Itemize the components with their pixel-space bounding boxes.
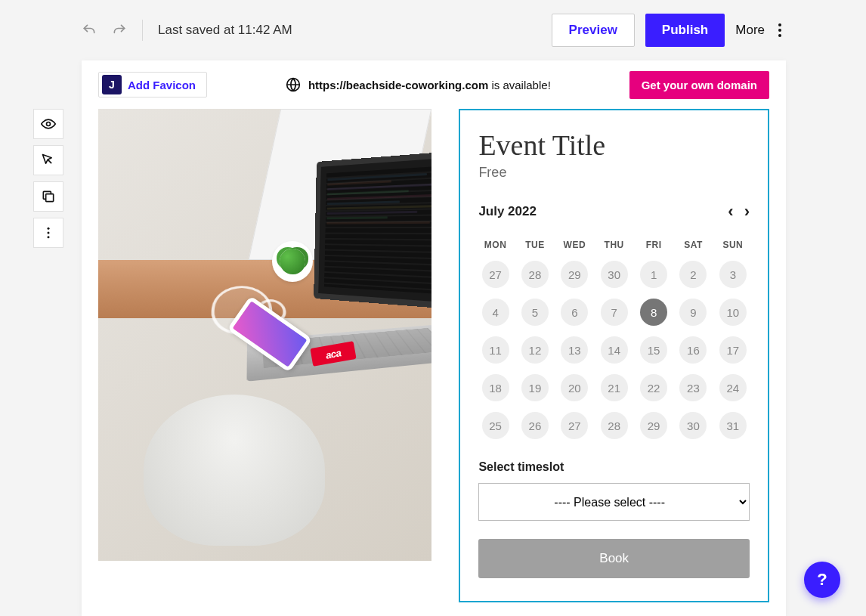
site-canvas: J Add Favicon https://beachside-coworkin… [82,60,786,616]
calendar-day[interactable]: 30 [679,412,707,439]
calendar-day[interactable]: 10 [719,299,747,326]
calendar-day[interactable]: 27 [482,261,509,288]
event-title[interactable]: Event Title [478,128,750,162]
add-favicon-button[interactable]: J Add Favicon [98,72,207,98]
design-tool[interactable] [33,145,63,175]
book-button[interactable]: Book [478,539,750,578]
calendar-day[interactable]: 25 [482,412,509,439]
preview-button[interactable]: Preview [552,14,635,47]
copy-tool[interactable] [33,181,63,212]
eye-icon [41,116,56,132]
more-vertical-icon [41,225,56,240]
calendar-day[interactable]: 24 [719,374,747,401]
calendar-day[interactable]: 21 [601,374,628,401]
calendar-day[interactable]: 9 [679,299,707,326]
calendar-day[interactable]: 26 [521,412,549,439]
more-button[interactable]: More [735,23,765,38]
calendar-day[interactable]: 6 [561,299,588,326]
calendar-day[interactable]: 4 [482,299,509,326]
calendar-day[interactable]: 20 [561,374,588,401]
calendar-prev-icon[interactable]: ‹ [728,202,733,221]
calendar-day[interactable]: 15 [640,336,667,364]
domain-url: https://beachside-coworking.com [308,79,488,91]
domain-available-label: is available! [488,79,551,91]
question-icon: ? [817,570,827,590]
favicon-logo-icon: J [102,75,122,94]
toolbar-right: Preview Publish More [552,14,784,47]
calendar-day[interactable]: 16 [679,336,707,364]
domain-bar: J Add Favicon https://beachside-coworkin… [82,60,786,109]
calendar-day[interactable]: 18 [482,374,509,401]
calendar-day[interactable]: 12 [521,336,549,364]
calendar-day[interactable]: 1 [640,261,667,288]
calendar-dow: FRI [637,240,670,250]
event-price: Free [478,165,750,181]
editor-body: aca Event Title Free July 2022 ‹ › MONTU… [82,109,786,602]
top-toolbar: Last saved at 11:42 AM Preview Publish M… [0,0,866,60]
globe-icon [286,77,301,92]
calendar-dow: TUE [518,240,552,250]
calendar-day[interactable]: 2 [679,261,707,288]
calendar-nav: ‹ › [728,202,750,221]
toolbar-divider [142,20,143,41]
redo-icon[interactable] [112,23,127,38]
calendar-header: July 2022 ‹ › [478,202,750,221]
calendar-day[interactable]: 28 [601,412,628,439]
copy-icon [41,189,56,204]
calendar-dow: THU [598,240,631,250]
calendar-grid: MONTUEWEDTHUFRISATSUN2728293012345678910… [478,240,750,439]
svg-point-3 [48,228,50,230]
svg-rect-2 [46,194,54,202]
svg-point-4 [48,232,50,234]
calendar-day[interactable]: 30 [601,261,628,288]
calendar-next-icon[interactable]: › [744,202,750,221]
calendar-day[interactable]: 28 [521,261,549,288]
domain-status: https://beachside-coworking.com is avail… [219,77,617,92]
calendar-dow: WED [558,240,591,250]
calendar-day[interactable]: 13 [561,336,588,364]
add-favicon-label: Add Favicon [128,79,196,91]
calendar-day[interactable]: 3 [719,261,747,288]
calendar-day[interactable]: 29 [561,261,588,288]
publish-button[interactable]: Publish [645,14,725,47]
svg-point-1 [47,122,51,126]
undo-redo-group [82,23,127,38]
svg-point-5 [48,236,50,238]
last-saved-label: Last saved at 11:42 AM [158,23,292,38]
pen-icon [41,153,56,168]
calendar-day[interactable]: 27 [561,412,588,439]
get-domain-button[interactable]: Get your own domain [629,71,769,99]
calendar-day[interactable]: 11 [482,336,509,364]
visibility-tool[interactable] [33,109,63,139]
calendar-dow: SUN [716,240,750,250]
timeslot-select[interactable]: ---- Please select ---- [478,483,750,521]
undo-icon[interactable] [82,23,97,38]
booking-widget: Event Title Free July 2022 ‹ › MONTUEWED… [459,109,769,602]
timeslot-label: Select timeslot [478,460,750,474]
calendar-day[interactable]: 7 [601,299,628,326]
calendar-month-label: July 2022 [478,204,537,219]
calendar-day[interactable]: 5 [521,299,549,326]
element-toolbar [33,109,63,248]
kebab-icon[interactable] [775,20,784,40]
calendar-day[interactable]: 31 [719,412,747,439]
calendar-day[interactable]: 14 [601,336,628,364]
calendar-dow: MON [478,240,512,250]
calendar-day[interactable]: 29 [640,412,667,439]
calendar-day[interactable]: 22 [640,374,667,401]
help-button[interactable]: ? [804,562,840,598]
hero-image[interactable]: aca [98,109,431,561]
calendar-dow: SAT [676,240,710,250]
calendar-day[interactable]: 8 [640,299,667,326]
calendar-day[interactable]: 17 [719,336,747,364]
calendar-day[interactable]: 23 [679,374,707,401]
toolbar-left: Last saved at 11:42 AM [82,20,292,41]
calendar-day[interactable]: 19 [521,374,549,401]
more-tool[interactable] [33,218,63,248]
